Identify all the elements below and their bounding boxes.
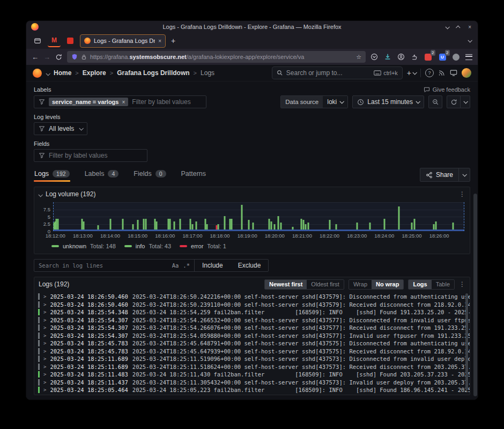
fields-filter-input[interactable]: Filter by label values	[34, 149, 147, 162]
maximize-button[interactable]	[457, 24, 460, 30]
new-menu-button[interactable]: +	[407, 69, 416, 77]
share-dropdown[interactable]	[458, 168, 470, 181]
extension-blue-button[interactable]: U 2	[438, 53, 447, 61]
breadcrumb-item[interactable]: Explore	[83, 69, 106, 77]
include-button[interactable]: Include	[195, 260, 231, 271]
log-line-search-input[interactable]: Search in log lines Aa .*	[34, 259, 195, 272]
table-row[interactable]: >2025-03-24 18:25:11.6892025-03-24T18:25…	[34, 355, 470, 363]
row-expander-icon[interactable]: >	[43, 294, 46, 299]
table-row[interactable]: >2025-03-24 18:25:45.7832025-03-24T18:25…	[34, 347, 470, 356]
help-button[interactable]: ?	[425, 69, 434, 77]
org-switcher-chevron-icon[interactable]	[46, 68, 49, 78]
share-button[interactable]: Share	[420, 168, 458, 181]
label-filter-chip[interactable]: service_name = varlogs×	[49, 98, 128, 106]
legend-item-unknown[interactable]: unknownTotal: 148	[51, 243, 116, 249]
log-levels-dropdown[interactable]: All levels	[34, 122, 87, 135]
table-row[interactable]: >2025-03-24 18:26:50.4602025-03-24T18:26…	[34, 301, 470, 309]
time-range-picker[interactable]: Last 15 minutes	[352, 95, 424, 108]
refresh-button[interactable]	[447, 95, 461, 108]
zoom-out-button[interactable]	[428, 95, 442, 108]
chip-remove-icon[interactable]: ×	[122, 99, 125, 105]
regex-toggle[interactable]: .*	[183, 262, 190, 269]
case-sensitivity-toggle[interactable]: Aa	[172, 262, 179, 269]
chart-bar-unknown	[173, 221, 175, 230]
page-scrollbar[interactable]	[473, 194, 477, 396]
logs-scrollbar[interactable]	[465, 293, 468, 390]
account-button[interactable]	[397, 53, 405, 61]
table-row[interactable]: >2025-03-24 18:25:05.1712025-03-24T18:25…	[34, 394, 470, 395]
table-row[interactable]: >2025-03-24 18:25:11.4372025-03-24T18:25…	[34, 379, 470, 387]
tab-labels[interactable]: Labels4	[84, 168, 120, 182]
row-expander-icon[interactable]: >	[43, 309, 46, 315]
table-row[interactable]: >2025-03-24 18:25:05.4642025-03-24 18:25…	[34, 386, 470, 394]
legend-item-error[interactable]: errorTotal: 1	[180, 243, 226, 249]
exclude-button[interactable]: Exclude	[231, 260, 269, 271]
legend-item-info[interactable]: infoTotal: 43	[124, 243, 171, 249]
table-row[interactable]: >2025-03-24 18:25:54.3072025-03-24T18:25…	[34, 332, 470, 340]
chart-plot-area[interactable]	[53, 202, 464, 231]
view-logs[interactable]: Logs	[409, 280, 431, 289]
extension-thumb-button[interactable]	[411, 54, 418, 61]
downloads-button[interactable]	[384, 53, 391, 61]
row-expander-icon[interactable]: >	[43, 302, 46, 307]
bookmark-star-icon[interactable]: ☆	[356, 54, 361, 61]
pinned-tab-red[interactable]	[64, 35, 77, 47]
url-bar[interactable]: https://grafana.systemsobscure.net/a/gra…	[67, 51, 366, 63]
search-box[interactable]: Search or jump to... ctrl+k	[272, 66, 403, 79]
panel-menu-icon[interactable]: ⋮	[459, 190, 465, 198]
grafana-logo-icon[interactable]	[33, 69, 42, 78]
wrap-wrap[interactable]: Wrap	[349, 280, 372, 289]
tab-list-button[interactable]	[31, 35, 45, 47]
minimize-button[interactable]	[446, 24, 449, 30]
row-expander-icon[interactable]: >	[43, 364, 46, 369]
breadcrumb-item[interactable]: Grafana Logs Drilldown	[117, 69, 189, 77]
sort-oldest-first[interactable]: Oldest first	[307, 280, 344, 289]
row-expander-icon[interactable]: >	[43, 380, 46, 385]
tab-fields[interactable]: Fields0	[133, 168, 166, 182]
tab-patterns[interactable]: Patterns	[181, 168, 207, 182]
table-row[interactable]: >2025-03-24 18:25:11.4832025-03-24 18:25…	[34, 371, 470, 379]
row-expander-icon[interactable]: >	[43, 341, 46, 346]
table-row[interactable]: >2025-03-24 18:25:54.3072025-03-24T18:25…	[34, 316, 470, 324]
pocket-button[interactable]	[370, 53, 378, 61]
row-expander-icon[interactable]: >	[43, 333, 46, 338]
give-feedback-link[interactable]: Give feedback	[424, 86, 470, 93]
view-table[interactable]: Table	[432, 280, 454, 289]
table-row[interactable]: >2025-03-24 18:26:50.4602025-03-24T18:26…	[34, 293, 470, 301]
collapse-chevron-icon[interactable]	[39, 189, 42, 199]
monitor-icon[interactable]	[450, 69, 457, 77]
tab-overflow-button[interactable]	[468, 39, 471, 42]
row-expander-icon[interactable]: >	[43, 387, 46, 393]
pinned-tab-gmail[interactable]: M	[48, 34, 61, 47]
row-expander-icon[interactable]: >	[43, 317, 46, 323]
titlebar[interactable]: Logs - Grafana Logs Drilldown - Explore …	[26, 21, 478, 33]
news-icon[interactable]	[438, 69, 446, 77]
back-button[interactable]: ←	[32, 54, 39, 61]
close-button[interactable]: ×	[468, 24, 471, 30]
extension-gray-button[interactable]	[453, 54, 459, 61]
active-tab[interactable]: Logs - Grafana Logs Drilldow ×	[80, 34, 166, 48]
menu-button[interactable]	[465, 54, 472, 60]
tab-logs[interactable]: Logs192	[34, 168, 70, 182]
panel-menu-icon[interactable]: ⋮	[459, 280, 465, 288]
extension-red-button[interactable]: 2	[424, 53, 432, 61]
wrap-no-wrap[interactable]: No wrap	[372, 280, 403, 289]
row-expander-icon[interactable]: >	[43, 349, 46, 354]
tab-close-icon[interactable]: ×	[158, 38, 161, 44]
table-row[interactable]: >2025-03-24 18:25:11.6892025-03-24T18:25…	[34, 363, 470, 371]
label-filter-input[interactable]: service_name = varlogs× Filter by label …	[34, 95, 206, 108]
row-expander-icon[interactable]: >	[43, 372, 46, 377]
table-row[interactable]: >2025-03-24 18:25:45.7832025-03-24T18:25…	[34, 339, 470, 347]
row-expander-icon[interactable]: >	[43, 325, 46, 330]
reload-button[interactable]	[55, 54, 62, 61]
refresh-interval-dropdown[interactable]	[461, 95, 470, 108]
datasource-picker[interactable]: Data source loki	[280, 95, 348, 108]
forward-button[interactable]: →	[43, 54, 50, 61]
breadcrumb-item[interactable]: Home	[54, 69, 71, 77]
table-row[interactable]: >2025-03-24 18:25:54.3072025-03-24T18:25…	[34, 324, 470, 332]
table-row[interactable]: >2025-03-24 18:25:54.3482025-03-24 18:25…	[34, 308, 470, 316]
sort-newest-first[interactable]: Newest first	[265, 280, 307, 289]
user-avatar[interactable]	[462, 68, 471, 78]
row-expander-icon[interactable]: >	[43, 356, 46, 361]
new-tab-button[interactable]: +	[171, 36, 175, 45]
